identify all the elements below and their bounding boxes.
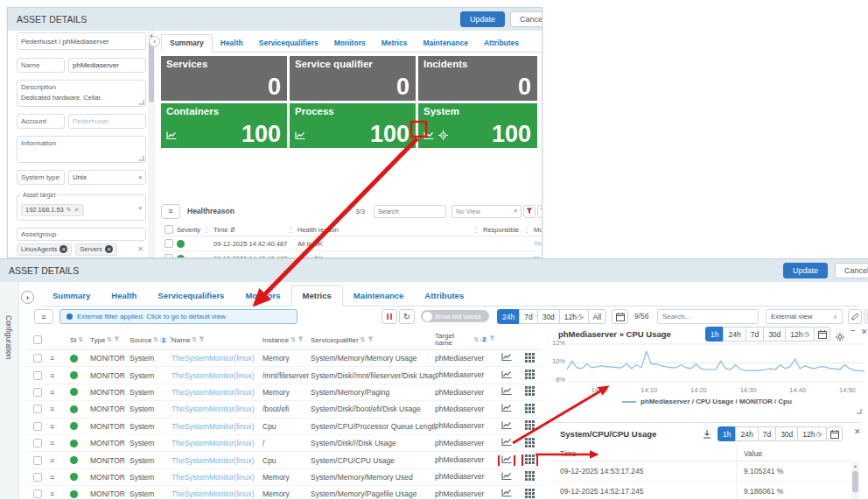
row-checkbox[interactable]	[33, 439, 42, 447]
form-scrollbar[interactable]: ▲	[148, 31, 155, 257]
view-select[interactable]: External view∨	[766, 309, 843, 324]
values-range-7d[interactable]: 7d	[758, 426, 776, 441]
top-tab-metrics[interactable]: Metrics	[374, 35, 416, 52]
calendar-icon[interactable]	[826, 426, 843, 441]
name-input[interactable]: phMediaserver	[68, 58, 146, 73]
filter-icon[interactable]	[489, 335, 495, 343]
row-checkbox[interactable]	[33, 422, 42, 431]
open-chart-icon[interactable]	[501, 387, 512, 398]
filter-icon[interactable]	[298, 336, 304, 344]
health-col-time-[interactable]: Time ⇵⋮	[214, 226, 298, 234]
open-values-icon[interactable]	[525, 386, 535, 398]
row-checkbox[interactable]	[33, 388, 42, 397]
chart-icon[interactable]	[424, 128, 434, 144]
cell-name-link[interactable]: TheSystemMonitor(linux)	[172, 422, 262, 431]
monitor-col-source[interactable]: Source⇅1	[130, 336, 172, 344]
calendar-icon[interactable]	[814, 327, 830, 342]
monitor-col-servicequalifier[interactable]: Servicequalifier⇅	[311, 336, 435, 344]
cell-name-link[interactable]: TheSystemMonitor(linux)	[172, 405, 262, 413]
health-col-responsible[interactable]: Responsible⋮	[483, 226, 534, 234]
top-tab-summary[interactable]: Summary	[161, 34, 213, 53]
row-checkbox[interactable]	[33, 473, 42, 482]
filter-icon[interactable]	[368, 336, 374, 344]
bottom-tab-summary[interactable]: Summary	[42, 286, 101, 306]
open-values-icon[interactable]	[525, 404, 535, 415]
cell-name-link[interactable]: TheSystemMonitor(linux)	[172, 354, 262, 363]
sort-icon[interactable]: ⇅	[474, 336, 480, 342]
refresh-icon[interactable]: ↻	[399, 309, 415, 324]
row-checkbox[interactable]	[33, 405, 42, 413]
sort-icon[interactable]: ⇅	[79, 336, 84, 343]
row-menu-icon[interactable]: ≡	[50, 422, 67, 431]
chart-icon[interactable]	[295, 128, 305, 144]
monitor-row[interactable]: ≡MONITORSystemTheSystemMonitor(linux)Cpu…	[26, 452, 542, 468]
toolbar-range-30d[interactable]: 30d	[537, 309, 560, 324]
open-values-icon[interactable]	[525, 489, 535, 500]
scroll-up-icon[interactable]: ▲	[851, 463, 859, 468]
value-table-scrollbar[interactable]: ▲	[851, 461, 859, 500]
values-range-30d[interactable]: 30d	[775, 426, 798, 441]
system-type-select[interactable]: Unix▾	[68, 170, 146, 185]
open-chart-icon[interactable]	[501, 489, 512, 499]
open-values-icon[interactable]	[525, 420, 535, 432]
top-tab-attributes[interactable]: Attributes	[476, 35, 527, 52]
update-button[interactable]: Update	[783, 263, 828, 278]
cell-name-link[interactable]: TheSystemMonitor(linux)	[172, 371, 262, 380]
filter-icon[interactable]	[199, 336, 205, 344]
open-chart-icon[interactable]	[501, 472, 512, 482]
value-column-header[interactable]: Value	[737, 449, 850, 458]
chart-range-1h[interactable]: 1h	[705, 327, 724, 342]
row-checkbox[interactable]	[33, 489, 42, 498]
bottom-tab-attributes[interactable]: Attributes	[414, 286, 474, 306]
sort-icon[interactable]: ⇅	[153, 336, 158, 343]
values-range-12h[interactable]: 12h◷	[797, 426, 827, 441]
row-menu-icon[interactable]: ≡	[50, 489, 67, 498]
open-chart-icon[interactable]	[501, 421, 512, 432]
open-values-icon[interactable]	[525, 454, 535, 466]
cell-name-link[interactable]: TheSystemMonitor(linux)	[172, 439, 262, 447]
monitor-row[interactable]: ≡MONITORSystemTheSystemMonitor(linux)/Sy…	[26, 435, 542, 452]
configuration-sidebar[interactable]: Configuration	[0, 282, 19, 499]
row-menu-icon[interactable]: ≡	[50, 354, 67, 363]
close-icon[interactable]: ✕	[861, 327, 868, 336]
information-field[interactable]: Information	[17, 136, 146, 163]
filter-icon[interactable]	[114, 336, 120, 344]
open-chart-icon[interactable]	[501, 353, 512, 363]
top-tab-monitors[interactable]: Monitors	[326, 35, 374, 52]
remove-chip-icon[interactable]: ✕	[60, 245, 67, 253]
values-range-1h[interactable]: 1h	[718, 426, 736, 441]
open-values-icon[interactable]	[525, 370, 535, 381]
monitor-col-target-name[interactable]: Target name⇅2	[435, 333, 495, 348]
open-chart-icon[interactable]	[501, 370, 512, 381]
minimize-icon[interactable]: −	[850, 326, 856, 335]
asset-target-field[interactable]: Asset target 192.168.1.53 ✎ ✕ ▾	[17, 192, 146, 221]
value-row[interactable]: 09-12-2025 14:52:17.2459.186061 %	[550, 482, 850, 500]
monitor-row[interactable]: ≡MONITORSystemTheSystemMonitor(linux)/mn…	[26, 367, 542, 384]
download-icon[interactable]	[700, 426, 714, 441]
open-values-icon[interactable]	[525, 471, 535, 482]
select-all-checkbox[interactable]	[33, 335, 42, 344]
scrollbar-thumb[interactable]	[149, 41, 154, 102]
filter-clear-icon[interactable]	[537, 205, 542, 218]
cell-name-link[interactable]: TheSystemMonitor(linux)	[172, 388, 262, 397]
cancel-button[interactable]: Cancel	[510, 11, 542, 27]
remove-icon[interactable]: ✕	[74, 207, 80, 214]
cancel-button[interactable]: Cancel	[835, 263, 868, 278]
open-chart-icon[interactable]	[501, 455, 512, 466]
sort-icon[interactable]: ⇅	[192, 336, 197, 343]
sort-icon[interactable]: ⇅	[360, 336, 366, 343]
monitor-row[interactable]: ≡MONITORSystemTheSystemMonitor(linux)Mem…	[26, 350, 542, 367]
monitor-col-name[interactable]: Name⇅	[172, 336, 262, 344]
health-search-input[interactable]	[374, 205, 446, 218]
health-row[interactable]: 09-12-2025 14:42:40.467All is OKThePro	[161, 236, 542, 251]
monitor-row[interactable]: ≡MONITORSystemTheSystemMonitor(linux)Mem…	[26, 486, 542, 500]
monitor-row[interactable]: ≡MONITORSystemTheSystemMonitor(linux)Cpu…	[26, 419, 542, 435]
resize-handle-icon[interactable]	[857, 409, 862, 414]
scrollbar-thumb[interactable]	[852, 471, 858, 492]
health-col-health-reason[interactable]: Health reason⋮	[298, 226, 483, 234]
health-row[interactable]: 09-12-2025 14:42:40.467All is OKTheSys	[161, 251, 542, 258]
column-menu-icon[interactable]: ⋮	[523, 226, 530, 234]
tile-services[interactable]: Services0	[161, 56, 287, 101]
tile-service-qualifier[interactable]: Service qualifier0	[290, 56, 416, 101]
tile-incidents[interactable]: Incidents0	[418, 56, 537, 101]
